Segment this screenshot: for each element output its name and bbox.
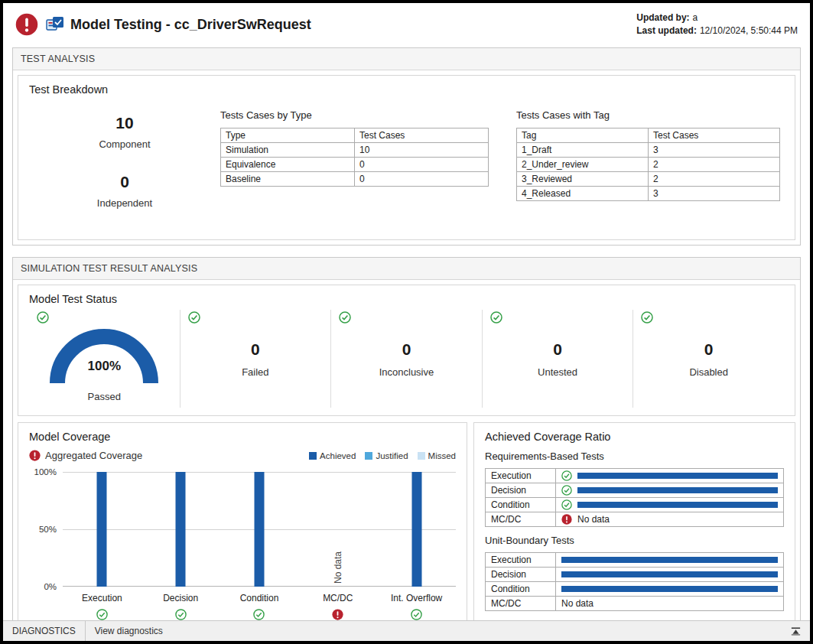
test-counter: 0 Independent bbox=[29, 173, 220, 209]
collapse-panel-button[interactable] bbox=[789, 624, 802, 638]
aggregated-coverage-label: Aggregated Coverage bbox=[45, 450, 142, 461]
legend-swatch bbox=[365, 452, 372, 460]
legend-item: Achieved bbox=[309, 451, 356, 460]
chart-y-axis: 100%50%0% bbox=[29, 472, 63, 587]
tests-by-type-col-header: Type bbox=[221, 128, 355, 143]
tests-with-tag-table: TagTest Cases1_Draft32_Under_review23_Re… bbox=[516, 128, 780, 201]
x-tick-label: MC/DC bbox=[298, 593, 377, 603]
tests-with-tag-cell: 2 bbox=[649, 172, 780, 187]
tests-with-tag-table-block: Tests Cases with Tag TagTest Cases1_Draf… bbox=[516, 109, 780, 232]
last-updated-value: 12/10/2024, 5:50:44 PM bbox=[700, 25, 798, 36]
simulation-result-section-header: SIMULATION TEST RESULT ANALYSIS bbox=[13, 258, 800, 280]
failed-status-column[interactable]: 0 Failed bbox=[180, 310, 331, 408]
tests-by-type-cell: Equivalence bbox=[221, 158, 355, 172]
ratio-group-title: Requirements-Based Tests bbox=[485, 450, 784, 462]
ratio-bar bbox=[561, 586, 778, 592]
ratio-row: Decision bbox=[486, 568, 784, 582]
stat-value: 0 bbox=[553, 340, 562, 359]
pass-icon bbox=[188, 311, 200, 324]
chart-slot-condition bbox=[220, 472, 299, 587]
ratio-row: Execution bbox=[486, 553, 784, 568]
tests-by-type-col-header: Test Cases bbox=[355, 128, 489, 143]
inconclusive-status-column[interactable]: 0 Inconclusive bbox=[330, 310, 482, 408]
tests-with-tag-cell: 3_Reviewed bbox=[517, 172, 649, 187]
tests-by-type-cell: Baseline bbox=[221, 172, 355, 187]
legend-item: Justified bbox=[365, 451, 408, 460]
x-tick-label: Execution bbox=[63, 593, 141, 603]
pass-icon bbox=[96, 609, 108, 620]
pass-icon bbox=[641, 311, 653, 324]
page-title: Model Testing - cc_DriverSwRequest bbox=[70, 17, 311, 33]
ratio-row: MC/DC No data bbox=[486, 512, 784, 527]
ratio-row-label: Decision bbox=[486, 483, 556, 498]
untested-status-column[interactable]: 0 Untested bbox=[482, 310, 633, 408]
ratio-row-label: Condition bbox=[486, 498, 556, 512]
model-testing-app-icon bbox=[46, 16, 64, 33]
tests-with-tag-row: 4_Released3 bbox=[517, 187, 780, 201]
ratio-bar bbox=[577, 502, 778, 508]
stat-label: Untested bbox=[538, 366, 577, 378]
ratio-group: Requirements-Based Tests Execution Decis… bbox=[485, 450, 784, 527]
updated-by-label: Updated by: bbox=[636, 12, 689, 23]
tests-with-tag-cell: 2 bbox=[649, 158, 780, 172]
pass-icon bbox=[253, 609, 265, 620]
counter-value: 0 bbox=[29, 173, 220, 191]
coverage-bar bbox=[411, 472, 421, 587]
ratio-row-label: MC/DC bbox=[486, 512, 556, 527]
model-test-status-panel: Model Test Status 100% Passed bbox=[18, 285, 795, 416]
stat-value: 0 bbox=[402, 340, 411, 359]
y-tick-label: 100% bbox=[34, 467, 57, 476]
coverage-bar bbox=[97, 472, 107, 587]
fail-icon bbox=[29, 450, 41, 461]
ratio-row: Condition bbox=[486, 582, 784, 597]
disabled-status-column[interactable]: 0 Disabled bbox=[633, 310, 784, 408]
pass-icon bbox=[561, 470, 572, 481]
update-info: Updated by:a Last updated:12/10/2024, 5:… bbox=[636, 11, 798, 37]
tests-with-tag-col-header: Test Cases bbox=[649, 128, 780, 143]
ratio-group: Unit-Boundary Tests Execution Decision C… bbox=[485, 535, 784, 611]
tests-with-tag-row: 2_Under_review2 bbox=[517, 158, 780, 172]
updated-by-value: a bbox=[693, 12, 698, 23]
stat-label: Failed bbox=[242, 366, 268, 378]
test-analysis-section: TEST ANALYSIS Test Breakdown 10 Componen… bbox=[12, 47, 801, 246]
passed-percent-value: 100% bbox=[47, 359, 161, 374]
no-data-text: No data bbox=[577, 514, 610, 525]
tests-with-tag-title: Tests Cases with Tag bbox=[516, 109, 780, 121]
chart-slot-decision bbox=[141, 472, 220, 587]
last-updated-label: Last updated: bbox=[636, 25, 697, 36]
passed-label: Passed bbox=[88, 391, 121, 402]
tests-with-tag-cell: 1_Draft bbox=[517, 143, 649, 158]
ratio-row: MC/DC No data bbox=[486, 597, 784, 611]
tests-with-tag-cell: 2_Under_review bbox=[517, 158, 649, 172]
pass-icon bbox=[411, 609, 422, 620]
tests-with-tag-cell: 3 bbox=[649, 143, 780, 158]
y-tick-label: 50% bbox=[39, 525, 57, 534]
ratio-table: Execution Decision Condition MC/DC bbox=[485, 552, 784, 611]
diagnostics-bar: DIAGNOSTICS View diagnostics bbox=[3, 620, 810, 641]
view-diagnostics-link[interactable]: View diagnostics bbox=[86, 626, 172, 636]
passed-status-column[interactable]: 100% Passed bbox=[29, 310, 180, 408]
model-test-status-title: Model Test Status bbox=[29, 293, 784, 305]
tests-with-tag-row: 1_Draft3 bbox=[517, 143, 780, 158]
stat-value: 0 bbox=[704, 340, 714, 359]
dashboard-main: TEST ANALYSIS Test Breakdown 10 Componen… bbox=[3, 46, 810, 644]
model-coverage-title: Model Coverage bbox=[29, 431, 456, 443]
tests-by-type-row: Simulation10 bbox=[221, 143, 489, 158]
header: Model Testing - cc_DriverSwRequest Updat… bbox=[3, 3, 810, 46]
simulation-result-section: SIMULATION TEST RESULT ANALYSIS Model Te… bbox=[12, 257, 801, 644]
stat-value: 0 bbox=[251, 340, 260, 359]
achieved-coverage-ratio-title: Achieved Coverage Ratio bbox=[485, 431, 784, 443]
ratio-row: Decision bbox=[486, 483, 784, 498]
ratio-row-label: Execution bbox=[486, 469, 556, 483]
test-breakdown-panel: Test Breakdown 10 Component 0 Independen… bbox=[18, 75, 795, 240]
chart-x-labels: ExecutionDecisionConditionMC/DCInt. Over… bbox=[63, 593, 456, 603]
tests-with-tag-row: 3_Reviewed2 bbox=[517, 172, 780, 187]
chart-slot-execution bbox=[63, 472, 141, 587]
tests-by-type-cell: 0 bbox=[355, 172, 489, 187]
coverage-bar bbox=[176, 472, 186, 587]
legend-swatch bbox=[418, 452, 425, 460]
diagnostics-tab[interactable]: DIAGNOSTICS bbox=[3, 621, 86, 641]
tests-by-type-table: TypeTest CasesSimulation10Equivalence0Ba… bbox=[220, 128, 489, 187]
x-tick-label: Condition bbox=[220, 593, 299, 603]
tests-by-type-cell: Simulation bbox=[221, 143, 355, 158]
